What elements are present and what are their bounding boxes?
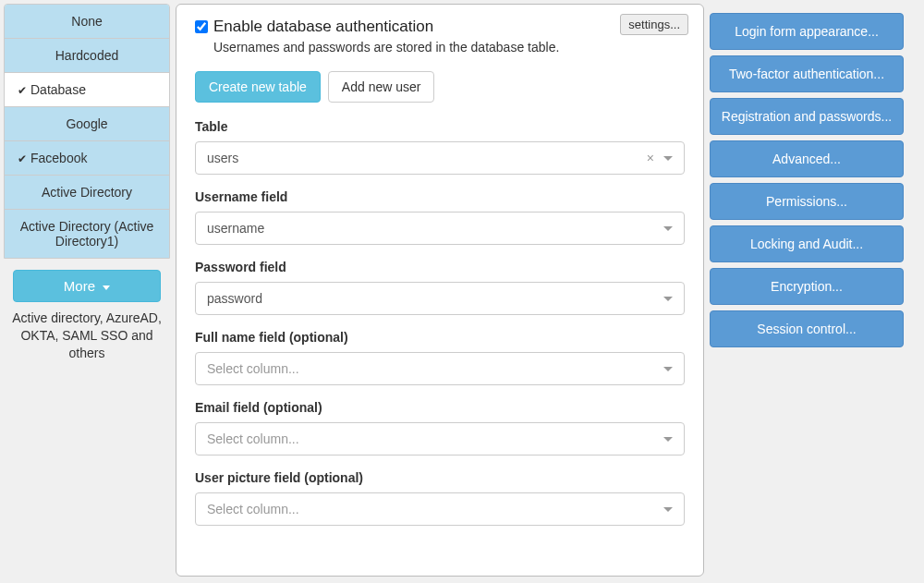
enable-auth-row: Enable database authentication [195, 18, 685, 36]
username-select[interactable]: username [195, 212, 685, 245]
caret-down-icon [663, 507, 673, 512]
auth-provider-list: None Hardcoded ✔Database Google ✔Faceboo… [4, 4, 170, 259]
auth-item-active-directory[interactable]: Active Directory [5, 176, 169, 210]
auth-item-database[interactable]: ✔Database [5, 73, 169, 107]
advanced-button[interactable]: Advanced... [710, 140, 904, 177]
auth-item-none[interactable]: None [5, 5, 169, 39]
enable-auth-checkbox[interactable] [195, 20, 208, 33]
picture-field-group: User picture field (optional) Select col… [195, 470, 685, 526]
right-sidebar: Login form appearance... Two-factor auth… [710, 4, 904, 577]
picture-select-placeholder: Select column... [207, 502, 299, 516]
add-user-button[interactable]: Add new user [328, 71, 435, 103]
email-select[interactable]: Select column... [195, 422, 685, 455]
more-description: Active directory, AzureAD, OKTA, SAML SS… [4, 310, 170, 362]
auth-item-label: Hardcoded [55, 48, 119, 63]
table-field-group: Table users × [195, 119, 685, 175]
caret-down-icon [103, 285, 110, 290]
session-control-button[interactable]: Session control... [710, 310, 904, 347]
check-icon: ✔ [18, 152, 27, 165]
enable-auth-label: Enable database authentication [213, 18, 433, 36]
auth-item-label: Google [66, 116, 107, 131]
more-button[interactable]: More [13, 270, 161, 302]
auth-item-label: Facebook [30, 151, 87, 165]
enable-auth-description: Usernames and passwords are stored in th… [213, 40, 685, 55]
auth-item-label: Database [30, 82, 86, 97]
caret-down-icon [663, 156, 673, 161]
password-select-value: password [207, 291, 262, 306]
username-label: Username field [195, 189, 685, 204]
password-field-group: Password field password [195, 260, 685, 315]
fullname-select[interactable]: Select column... [195, 352, 685, 385]
clear-icon[interactable]: × [647, 151, 654, 165]
fullname-field-group: Full name field (optional) Select column… [195, 330, 685, 385]
caret-down-icon [663, 437, 673, 442]
fullname-label: Full name field (optional) [195, 330, 685, 345]
password-select[interactable]: password [195, 282, 685, 315]
more-button-label: More [64, 278, 95, 294]
caret-down-icon [663, 367, 673, 371]
picture-select[interactable]: Select column... [195, 492, 685, 526]
auth-item-active-directory-1[interactable]: Active Directory (Active Directory1) [5, 210, 169, 258]
picture-label: User picture field (optional) [195, 470, 685, 485]
main-panel: settings... Enable database authenticati… [176, 4, 704, 577]
check-icon: ✔ [18, 84, 27, 97]
auth-item-label: Active Directory (Active Directory1) [20, 219, 154, 249]
caret-down-icon [663, 297, 673, 301]
fullname-select-placeholder: Select column... [207, 361, 299, 376]
locking-audit-button[interactable]: Locking and Audit... [710, 225, 904, 262]
auth-item-google[interactable]: Google [5, 107, 169, 141]
table-select[interactable]: users × [195, 141, 685, 175]
auth-item-facebook[interactable]: ✔Facebook [5, 141, 169, 176]
auth-item-label: Active Directory [42, 185, 132, 200]
password-label: Password field [195, 260, 685, 274]
create-table-button[interactable]: Create new table [195, 71, 321, 103]
email-field-group: Email field (optional) Select column... [195, 400, 685, 455]
registration-passwords-button[interactable]: Registration and passwords... [710, 98, 904, 135]
settings-button[interactable]: settings... [620, 14, 688, 35]
auth-item-label: None [71, 14, 102, 29]
encryption-button[interactable]: Encryption... [710, 268, 904, 305]
table-select-value: users [207, 151, 238, 165]
caret-down-icon [663, 226, 673, 231]
auth-item-hardcoded[interactable]: Hardcoded [5, 39, 169, 73]
two-factor-auth-button[interactable]: Two-factor authentication... [710, 55, 904, 92]
permissions-button[interactable]: Permissions... [710, 183, 904, 220]
action-button-row: Create new table Add new user [195, 71, 685, 103]
username-select-value: username [207, 221, 264, 236]
auth-provider-sidebar: None Hardcoded ✔Database Google ✔Faceboo… [4, 4, 170, 577]
table-label: Table [195, 119, 685, 134]
username-field-group: Username field username [195, 189, 685, 245]
email-select-placeholder: Select column... [207, 431, 299, 446]
email-label: Email field (optional) [195, 400, 685, 415]
login-form-appearance-button[interactable]: Login form appearance... [710, 13, 904, 50]
